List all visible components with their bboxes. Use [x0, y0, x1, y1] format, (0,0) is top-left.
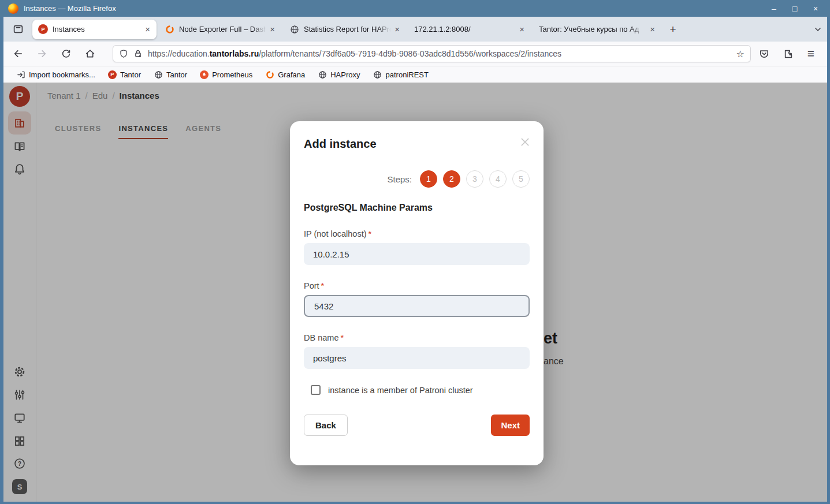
tantor-icon: P [108, 70, 117, 79]
port-field-label: Port* [304, 281, 530, 290]
bookmark-label: HAProxy [330, 70, 360, 79]
url-text: https://education.tantorlabs.ru/platform… [148, 49, 732, 58]
section-title: PostgreSQL Machine Params [304, 203, 530, 213]
globe-icon [373, 70, 382, 79]
steps-label: Steps: [387, 174, 412, 184]
import-icon [16, 70, 25, 79]
tab-label: 172.21.1.2:8008/ [414, 25, 518, 33]
connection-lock-icon[interactable] [133, 49, 143, 58]
browser-tab-tantor-courses[interactable]: Tantor: Учебные курсы по Ад × [533, 20, 661, 39]
globe-icon [154, 70, 163, 79]
bookmark-label: Import bookmarks... [29, 70, 95, 79]
step-circle-1: 1 [420, 170, 437, 188]
tab-bar: P Instances × Node Exporter Full – Dashb… [3, 17, 827, 42]
tab-close-icon[interactable]: × [393, 24, 401, 34]
step-circle-2: 2 [443, 170, 460, 188]
browser-tab-grafana[interactable]: Node Exporter Full – Dashb × [159, 20, 281, 39]
bookmark-grafana[interactable]: Grafana [265, 70, 305, 79]
required-mark: * [340, 333, 344, 342]
dbname-field-label: DB name* [304, 333, 530, 342]
puzzle-icon [783, 48, 794, 59]
bookmark-star-icon[interactable]: ☆ [736, 48, 744, 59]
step-circle-5: 5 [512, 170, 530, 188]
bookmark-label: Tantor [120, 70, 141, 79]
bookmark-label: Prometheus [212, 70, 252, 79]
ip-input[interactable] [304, 243, 530, 265]
tab-label: Statistics Report for HAPro [304, 25, 393, 33]
patroni-checkbox[interactable] [311, 385, 321, 395]
bookmark-label: Tantor [166, 70, 187, 79]
step-circle-3: 3 [466, 170, 483, 188]
menu-button[interactable]: ≡ [807, 47, 814, 61]
port-input[interactable] [304, 295, 530, 317]
pocket-icon [759, 48, 769, 59]
tab-label: Tantor: Учебные курсы по Ад [539, 25, 648, 33]
bookmarks-bar: Import bookmarks... P Tantor Tantor Prom… [3, 66, 827, 83]
modal-buttons: Back Next [304, 415, 530, 436]
ip-field-label: IP (not localhost)* [304, 229, 530, 238]
tantor-favicon-icon: P [38, 24, 48, 34]
chevron-down-icon [813, 25, 822, 34]
back-button[interactable] [13, 48, 23, 59]
url-bar[interactable]: https://education.tantorlabs.ru/platform… [113, 45, 751, 62]
field-ip: IP (not localhost)* [304, 229, 530, 265]
pocket-button[interactable] [759, 48, 769, 59]
reload-icon [61, 49, 71, 59]
extensions-button[interactable] [783, 48, 794, 59]
forward-button[interactable] [37, 48, 47, 59]
tab-close-icon[interactable]: × [143, 24, 152, 34]
home-icon [85, 48, 95, 59]
grafana-favicon-icon [165, 24, 174, 34]
bookmark-label: patroniREST [386, 70, 429, 79]
bookmark-tantor[interactable]: P Tantor [108, 70, 141, 79]
patroni-checkbox-label: instance is a member of Patroni cluster [328, 386, 473, 395]
tab-close-icon[interactable]: × [518, 24, 526, 34]
modal-title: Add instance [304, 137, 530, 151]
bookmark-import[interactable]: Import bookmarks... [16, 70, 95, 79]
window-close-button[interactable]: × [808, 2, 823, 15]
tab-label: Instances [53, 25, 143, 33]
list-all-tabs-button[interactable] [813, 25, 822, 34]
reload-button[interactable] [61, 49, 71, 59]
forward-icon [37, 48, 47, 59]
new-tab-button[interactable]: + [665, 21, 681, 38]
dbname-input[interactable] [304, 347, 530, 369]
field-dbname: DB name* [304, 333, 530, 369]
bookmark-patronirest[interactable]: patroniREST [373, 70, 429, 79]
modal-close-button[interactable] [519, 136, 531, 148]
bookmark-haproxy[interactable]: HAProxy [318, 70, 360, 79]
tracking-shield-icon[interactable] [119, 49, 128, 58]
browser-tab-patroni[interactable]: 172.21.1.2:8008/ × [408, 20, 531, 39]
steps-indicator: Steps: 1 2 3 4 5 [304, 170, 530, 188]
back-button-modal[interactable]: Back [304, 415, 348, 436]
tab-label: Node Exporter Full – Dashb [179, 25, 268, 33]
bookmark-prometheus[interactable]: Prometheus [200, 70, 252, 79]
globe-favicon-icon [289, 24, 299, 34]
add-instance-modal: Add instance Steps: 1 2 3 4 5 PostgreSQL… [290, 121, 544, 465]
globe-icon [318, 70, 327, 79]
patroni-checkbox-row: instance is a member of Patroni cluster [304, 385, 530, 395]
grafana-icon [265, 70, 274, 79]
firefox-view-button[interactable] [9, 21, 27, 38]
next-button-modal[interactable]: Next [491, 415, 530, 436]
browser-tab-instances[interactable]: P Instances × [32, 20, 157, 39]
bookmark-label: Grafana [278, 70, 305, 79]
tab-close-icon[interactable]: × [648, 24, 657, 34]
bookmark-tantor-globe[interactable]: Tantor [154, 70, 187, 79]
tab-close-icon[interactable]: × [268, 24, 277, 34]
window-titlebar: Instances — Mozilla Firefox – □ × [0, 0, 830, 17]
window-title: Instances — Mozilla Firefox [24, 4, 116, 13]
browser-chrome: P Instances × Node Exporter Full – Dashb… [3, 17, 827, 502]
field-port: Port* [304, 281, 530, 317]
firefox-view-icon [13, 24, 24, 35]
firefox-window: Instances — Mozilla Firefox – □ × P Inst… [0, 0, 830, 504]
required-mark: * [369, 229, 372, 238]
home-button[interactable] [85, 48, 95, 59]
navigation-bar: https://education.tantorlabs.ru/platform… [3, 42, 827, 66]
window-maximize-button[interactable]: □ [787, 2, 802, 15]
window-minimize-button[interactable]: – [766, 2, 781, 15]
browser-tab-haproxy-stats[interactable]: Statistics Report for HAPro × [284, 20, 406, 39]
firefox-logo-icon [8, 3, 18, 14]
back-icon [13, 48, 23, 59]
required-mark: * [321, 281, 325, 290]
